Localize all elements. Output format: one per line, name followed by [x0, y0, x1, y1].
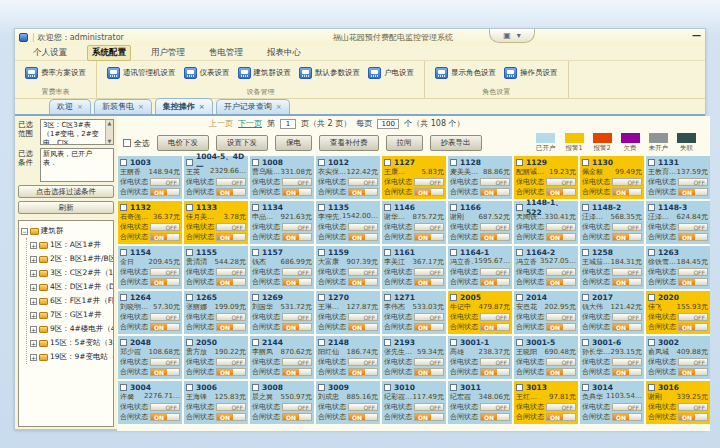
ribbon-button[interactable]: 默认参数设置	[297, 64, 362, 82]
page-number-input[interactable]	[280, 119, 296, 129]
switch-state-toggle[interactable]: ON	[282, 278, 312, 286]
power-protect-toggle[interactable]: OFF	[348, 178, 378, 186]
power-protect-toggle[interactable]: OFF	[546, 178, 576, 186]
room-card[interactable]: 1161李美江367.17元保电状态OFF合闸状态ON	[382, 246, 446, 289]
select-checkbox[interactable]	[450, 294, 457, 301]
power-protect-toggle[interactable]: OFF	[414, 268, 444, 276]
switch-state-toggle[interactable]: ON	[414, 233, 444, 241]
switch-state-toggle[interactable]: ON	[612, 368, 642, 376]
ribbon-button[interactable]: 户电设置	[366, 64, 416, 82]
room-card[interactable]: 1003王丽香148.94元保电状态OFF合闸状态ON	[118, 156, 182, 199]
switch-state-toggle[interactable]: ON	[612, 323, 642, 331]
room-card[interactable]: 1265张丽娜199.09元保电状态OFF合闸状态ON	[184, 291, 248, 334]
power-protect-toggle[interactable]: OFF	[282, 313, 312, 321]
power-protect-toggle[interactable]: OFF	[216, 358, 246, 366]
expand-icon[interactable]: +	[30, 270, 37, 277]
power-protect-toggle[interactable]: OFF	[612, 358, 642, 366]
tree-item[interactable]: +7区：G区1#井	[30, 308, 111, 322]
room-card[interactable]: 3001-5王晓阳690.48元保电状态OFF合闸状态ON	[514, 336, 578, 379]
select-checkbox[interactable]	[120, 204, 127, 211]
power-protect-toggle[interactable]: OFF	[216, 178, 246, 186]
menu-item[interactable]: 系统配置	[87, 45, 131, 61]
ribbon-button[interactable]: 费率方案设置	[23, 64, 88, 82]
select-checkbox[interactable]	[252, 294, 259, 301]
tree-item[interactable]: +3区：C区2#井（1#	[30, 266, 111, 280]
switch-state-toggle[interactable]: ON	[348, 413, 378, 421]
room-card[interactable]: 1148-2汪泽…568.35元保电状态OFF合闸状态ON	[580, 201, 644, 244]
select-checkbox[interactable]	[318, 204, 325, 211]
power-protect-toggle[interactable]: OFF	[546, 403, 576, 411]
switch-state-toggle[interactable]: ON	[480, 188, 510, 196]
power-protect-toggle[interactable]: OFF	[678, 223, 708, 231]
room-card[interactable]: 3009刘成忠885.16元保电状态OFF合闸状态ON	[316, 381, 380, 424]
switch-state-toggle[interactable]: ON	[678, 278, 708, 286]
tree-item[interactable]: +15区：5#变站（3#	[30, 336, 111, 350]
menu-item[interactable]: 用户管理	[147, 46, 189, 60]
power-protect-toggle[interactable]: OFF	[282, 223, 312, 231]
switch-state-toggle[interactable]: ON	[414, 278, 444, 286]
switch-state-toggle[interactable]: ON	[216, 368, 246, 376]
switch-state-toggle[interactable]: ON	[216, 413, 246, 421]
close-icon[interactable]: ×	[77, 103, 83, 111]
tab-item[interactable]: 开户记录查询×	[216, 99, 290, 114]
switch-state-toggle[interactable]: ON	[348, 323, 378, 331]
power-protect-toggle[interactable]: OFF	[216, 223, 246, 231]
room-card[interactable]: 1155贵清清544.28元保电状态OFF合闸状态ON	[184, 246, 248, 289]
room-card[interactable]: 1264刘晓明…57.30元保电状态OFF合闸状态ON	[118, 291, 182, 334]
switch-state-toggle[interactable]: ON	[216, 233, 246, 241]
power-protect-toggle[interactable]: OFF	[150, 313, 180, 321]
room-card[interactable]: 1132石奇强…36.37元保电状态OFF合闸状态ON	[118, 201, 182, 244]
power-protect-toggle[interactable]: OFF	[678, 268, 708, 276]
power-protect-toggle[interactable]: OFF	[414, 223, 444, 231]
power-protect-toggle[interactable]: OFF	[414, 403, 444, 411]
switch-state-toggle[interactable]: ON	[678, 233, 708, 241]
switch-state-toggle[interactable]: ON	[282, 413, 312, 421]
select-all-checkbox[interactable]	[123, 139, 131, 147]
switch-state-toggle[interactable]: ON	[480, 368, 510, 376]
room-card[interactable]: 3004许馨2276.71…保电状态OFF合闸状态ON	[118, 381, 182, 424]
room-card[interactable]: 1258王城茄…184.31元保电状态OFF合闸状态ON	[580, 246, 644, 289]
select-checkbox[interactable]	[120, 384, 127, 391]
select-checkbox[interactable]	[252, 339, 259, 346]
power-protect-toggle[interactable]: OFF	[612, 268, 642, 276]
select-checkbox[interactable]	[450, 384, 457, 391]
select-checkbox[interactable]	[450, 204, 457, 211]
room-card[interactable]: 1157钱杰686.99元保电状态OFF合闸状态ON	[250, 246, 314, 289]
action-button[interactable]: 拉闸	[386, 135, 423, 151]
selected-condition-box[interactable]: 新风表，已开户表．	[40, 148, 114, 182]
menu-item[interactable]: 个人设置	[29, 46, 71, 60]
collapse-icon[interactable]: −	[21, 228, 28, 235]
select-checkbox[interactable]	[582, 159, 589, 166]
room-card[interactable]: 3013王红…97.81元保电状态OFF合闸状态ON	[514, 381, 578, 424]
room-card[interactable]: 1271李伟杰533.03元保电状态OFF合闸状态ON	[382, 291, 446, 334]
switch-state-toggle[interactable]: ON	[678, 413, 708, 421]
switch-state-toggle[interactable]: ON	[546, 413, 576, 421]
scroll-up-icon[interactable]: ▲	[106, 120, 113, 126]
select-checkbox[interactable]	[516, 384, 523, 391]
room-card[interactable]: 2017钱大伟121.42元保电状态OFF合闸状态ON	[580, 291, 644, 334]
room-card[interactable]: 2005牛记中479.87元保电状态OFF合闸状态ON	[448, 291, 512, 334]
filter-button[interactable]: 点击选择过滤条件	[18, 185, 114, 198]
power-protect-toggle[interactable]: OFF	[348, 223, 378, 231]
select-checkbox[interactable]	[648, 339, 655, 346]
power-protect-toggle[interactable]: OFF	[282, 358, 312, 366]
select-checkbox[interactable]	[120, 159, 127, 166]
room-card[interactable]: 1263徐铁雪…184.45元保电状态OFF合闸状态ON	[646, 246, 710, 289]
room-card[interactable]: 2050贵方放190.22元保电状态OFF合闸状态ON	[184, 336, 248, 379]
power-protect-toggle[interactable]: OFF	[348, 403, 378, 411]
ribbon-button[interactable]: 操作员设置	[502, 64, 560, 82]
room-card[interactable]: 1134申品…921.63元保电状态OFF合闸状态ON	[250, 201, 314, 244]
expand-icon[interactable]: +	[30, 354, 37, 361]
select-checkbox[interactable]	[648, 204, 655, 211]
power-protect-toggle[interactable]: OFF	[348, 313, 378, 321]
switch-state-toggle[interactable]: ON	[480, 278, 510, 286]
select-checkbox[interactable]	[252, 249, 259, 256]
minimize-button[interactable]: —	[692, 30, 701, 40]
switch-state-toggle[interactable]: ON	[546, 323, 576, 331]
power-protect-toggle[interactable]: OFF	[678, 403, 708, 411]
power-protect-toggle[interactable]: OFF	[678, 178, 708, 186]
select-checkbox[interactable]	[516, 339, 523, 346]
switch-state-toggle[interactable]: ON	[612, 278, 642, 286]
tree-root[interactable]: −建筑群	[21, 224, 111, 238]
room-card[interactable]: 1269刘国华531.72元保电状态OFF合闸状态ON	[250, 291, 314, 334]
